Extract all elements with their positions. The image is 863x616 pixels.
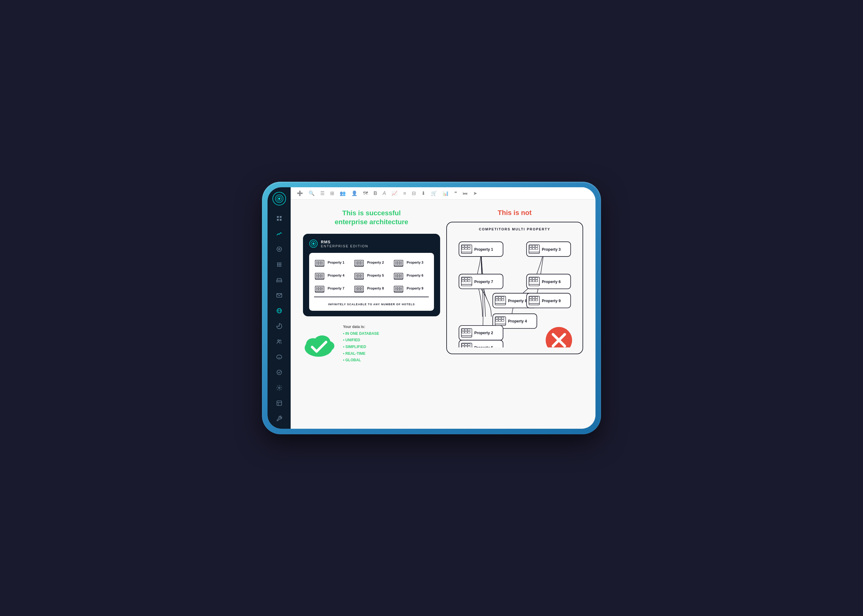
svg-text:Property 1: Property 1 bbox=[474, 247, 493, 251]
svg-rect-79 bbox=[395, 274, 397, 276]
toolbar-people-icon[interactable]: 👥 bbox=[340, 190, 346, 196]
property-grid: Property 1 bbox=[309, 253, 434, 311]
cloud-checkmark-icon bbox=[303, 330, 337, 358]
sidebar-logo[interactable] bbox=[272, 192, 286, 206]
svg-rect-16 bbox=[279, 266, 280, 266]
success-title-text: This is successful enterprise architectu… bbox=[303, 209, 440, 226]
building-icon bbox=[354, 284, 365, 293]
svg-rect-9 bbox=[277, 262, 278, 263]
cloud-data-label: Your data is: bbox=[343, 324, 379, 330]
competitors-title: COMPETITORS MULTI PROPERTY bbox=[453, 227, 577, 231]
svg-rect-59 bbox=[398, 263, 400, 265]
svg-text:Property 5: Property 5 bbox=[474, 346, 493, 347]
svg-rect-82 bbox=[395, 276, 397, 278]
svg-rect-81 bbox=[400, 274, 402, 276]
svg-point-30 bbox=[277, 370, 281, 375]
toolbar-bullet-icon[interactable]: ≡ bbox=[403, 191, 406, 196]
sidebar-item-mail[interactable] bbox=[274, 291, 284, 300]
sidebar-item-settings[interactable] bbox=[274, 244, 284, 254]
svg-rect-104 bbox=[398, 288, 400, 289]
toolbar-group-icon[interactable]: 👤 bbox=[351, 190, 357, 196]
svg-rect-103 bbox=[395, 288, 397, 289]
sidebar-item-grid[interactable] bbox=[274, 214, 284, 223]
sidebar-item-gear[interactable] bbox=[274, 383, 284, 393]
svg-rect-107 bbox=[398, 289, 400, 291]
svg-rect-41 bbox=[321, 261, 323, 263]
toolbar: ➕ 🔍 ☰ ⊞ 👥 👤 🗺 B A 📈 ≡ ⊟ ⬇ 🛒 📊 ❝ 🛏 ➤ bbox=[291, 187, 595, 200]
list-item: Property 6 bbox=[393, 271, 429, 280]
svg-rect-75 bbox=[358, 276, 360, 278]
svg-text:Property 9: Property 9 bbox=[542, 299, 560, 303]
building-icon bbox=[314, 258, 325, 267]
toolbar-line-chart-icon[interactable]: 📈 bbox=[391, 190, 398, 196]
building-icon bbox=[354, 271, 365, 280]
svg-rect-56 bbox=[398, 261, 400, 263]
toolbar-add-icon[interactable]: ➕ bbox=[297, 190, 303, 196]
svg-rect-50 bbox=[356, 263, 357, 265]
svg-rect-68 bbox=[321, 276, 323, 278]
tablet-device: ➕ 🔍 ☰ ⊞ 👥 👤 🗺 B A 📈 ≡ ⊟ ⬇ 🛒 📊 ❝ 🛏 ➤ bbox=[262, 182, 601, 434]
toolbar-search-icon[interactable]: 🔍 bbox=[309, 190, 315, 196]
svg-rect-39 bbox=[316, 261, 318, 263]
sidebar-item-users[interactable] bbox=[274, 337, 284, 347]
svg-rect-91 bbox=[319, 289, 321, 291]
svg-rect-99 bbox=[358, 289, 360, 291]
toolbar-italic-icon[interactable]: A bbox=[383, 191, 386, 196]
svg-rect-60 bbox=[400, 263, 402, 265]
sidebar-item-tools[interactable] bbox=[274, 414, 284, 423]
cloud-data-item-3: • SIMPLIFIED bbox=[343, 344, 379, 350]
toolbar-table-icon[interactable]: ⊞ bbox=[330, 190, 334, 196]
toolbar-grid-icon[interactable]: ⊟ bbox=[412, 190, 416, 196]
sidebar-item-pie-chart[interactable] bbox=[274, 321, 284, 331]
toolbar-list-icon[interactable]: ☰ bbox=[320, 190, 324, 196]
list-item: Property 4 bbox=[314, 271, 350, 280]
toolbar-quote-icon[interactable]: ❝ bbox=[454, 190, 457, 196]
svg-rect-17 bbox=[280, 266, 281, 266]
list-item: Property 2 bbox=[354, 258, 389, 267]
svg-rect-83 bbox=[398, 276, 400, 278]
svg-rect-58 bbox=[395, 263, 397, 265]
toolbar-bed-icon[interactable]: 🛏 bbox=[463, 191, 468, 196]
fail-title: This is not bbox=[498, 209, 532, 217]
svg-rect-57 bbox=[400, 261, 402, 263]
svg-text:Property 3: Property 3 bbox=[542, 247, 560, 251]
svg-rect-84 bbox=[400, 276, 402, 278]
svg-rect-48 bbox=[358, 261, 360, 263]
toolbar-cart-icon[interactable]: 🛒 bbox=[431, 190, 437, 196]
sidebar-item-check[interactable] bbox=[274, 368, 284, 377]
rms-enterprise-box: RMS ENTERPRISE EDITION bbox=[303, 234, 440, 316]
left-panel: This is successful enterprise architectu… bbox=[303, 209, 446, 420]
building-icon bbox=[314, 271, 325, 280]
sidebar-item-bed[interactable] bbox=[274, 275, 284, 285]
success-title: This is successful enterprise architectu… bbox=[303, 209, 440, 226]
toolbar-download-icon[interactable]: ⬇ bbox=[421, 190, 425, 196]
cloud-data-list: Your data is: • IN ONE DATABASE • UNIFIE… bbox=[343, 324, 379, 364]
svg-rect-66 bbox=[316, 276, 318, 278]
svg-rect-89 bbox=[321, 288, 323, 289]
list-item: Property 1 bbox=[314, 258, 350, 267]
svg-rect-71 bbox=[356, 274, 357, 276]
rms-label: RMS bbox=[321, 240, 369, 244]
main-area: ➕ 🔍 ☰ ⊞ 👥 👤 🗺 B A 📈 ≡ ⊟ ⬇ 🛒 📊 ❝ 🛏 ➤ bbox=[291, 187, 595, 429]
sidebar-item-small-grid[interactable] bbox=[274, 260, 284, 269]
rms-header: RMS ENTERPRISE EDITION bbox=[309, 239, 434, 248]
sidebar-item-chart[interactable] bbox=[274, 229, 284, 239]
sidebar-item-globe[interactable] bbox=[274, 306, 284, 316]
svg-rect-88 bbox=[319, 288, 321, 289]
svg-rect-108 bbox=[400, 289, 402, 291]
cloud-section: Your data is: • IN ONE DATABASE • UNIFIE… bbox=[303, 324, 440, 364]
building-icon bbox=[393, 271, 404, 280]
right-panel: This is not COMPETITORS MULTI PROPERTY bbox=[446, 209, 583, 420]
toolbar-bold-icon[interactable]: B bbox=[373, 191, 377, 196]
sidebar-item-table[interactable] bbox=[274, 398, 284, 408]
toolbar-map-icon[interactable]: 🗺 bbox=[363, 191, 368, 196]
svg-rect-96 bbox=[358, 288, 360, 289]
svg-rect-32 bbox=[277, 401, 281, 405]
building-icon bbox=[393, 258, 404, 267]
toolbar-arrow-icon[interactable]: ➤ bbox=[473, 190, 477, 196]
svg-rect-76 bbox=[361, 276, 362, 278]
cloud-data-item-1: • IN ONE DATABASE bbox=[343, 330, 379, 337]
sidebar-item-mask[interactable] bbox=[274, 352, 284, 362]
svg-rect-10 bbox=[279, 262, 280, 263]
toolbar-bar-chart-icon[interactable]: 📊 bbox=[443, 190, 449, 196]
